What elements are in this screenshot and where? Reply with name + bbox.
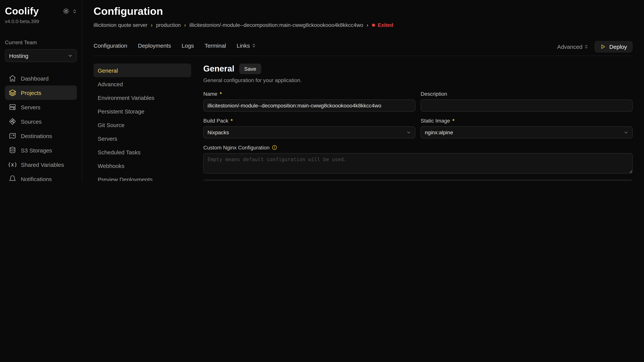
config-nav-environment-variables[interactable]: Environment Variables	[94, 91, 191, 104]
config-nav-scheduled-tasks[interactable]: Scheduled Tasks	[94, 145, 191, 159]
sidebar-item-destinations[interactable]: Destinations	[5, 129, 77, 143]
sidebar-item-dashboard[interactable]: Dashboard	[5, 71, 77, 85]
build-pack-label: Build Pack	[203, 118, 228, 124]
custom-nginx-textarea[interactable]	[203, 153, 633, 174]
current-team-label: Current Team	[5, 39, 77, 45]
layers-icon	[9, 89, 16, 96]
static-image-select[interactable]: nginx:alpine	[421, 126, 633, 138]
sidebar-item-notifications[interactable]: Notifications	[5, 172, 77, 181]
sidebar-item-s3-storages[interactable]: S3 Storages	[5, 143, 77, 157]
tab-logs[interactable]: Logs	[182, 42, 194, 49]
info-icon	[272, 145, 277, 150]
static-image-label: Static Image	[421, 118, 450, 124]
tab-terminal[interactable]: Terminal	[205, 42, 226, 49]
build-pack-select[interactable]: Nixpacks	[203, 126, 415, 138]
app-version: v4.0.0-beta.399	[5, 18, 77, 24]
sidebar-item-sources[interactable]: Sources	[5, 114, 77, 129]
sidebar-nav: Dashboard Projects Servers Sources Desti…	[5, 71, 77, 181]
bell-icon	[9, 175, 16, 181]
name-input[interactable]	[203, 99, 415, 112]
variables-icon: (x)	[9, 161, 16, 168]
config-nav-persistent-storage[interactable]: Persistent Storage	[94, 104, 191, 118]
custom-nginx-label: Custom Nginx Configuration	[203, 144, 270, 151]
coolify-app: Coolify v4.0.0-beta.399 Current Team Hos…	[0, 0, 644, 181]
chevron-right-icon: ›	[151, 22, 152, 28]
generate-nginx-button[interactable]: Generate Default Nginx Configuration	[203, 179, 633, 181]
chevron-down-icon	[624, 130, 628, 135]
status-text: Exited	[378, 22, 393, 28]
database-icon	[9, 146, 16, 154]
breadcrumb-application[interactable]: illicitestonion/-module--decomposition:m…	[189, 22, 363, 28]
name-label: Name	[203, 91, 218, 97]
tab-links[interactable]: Links	[237, 42, 256, 49]
config-nav-general[interactable]: General	[94, 63, 191, 77]
config-nav: General Advanced Environment Variables P…	[94, 63, 191, 181]
general-form: General Save General configuration for y…	[203, 63, 633, 181]
status-dot-icon	[372, 23, 375, 27]
sidebar: Coolify v4.0.0-beta.399 Current Team Hos…	[0, 0, 82, 181]
sidebar-item-shared-variables[interactable]: (x) Shared Variables	[5, 157, 77, 172]
save-button[interactable]: Save	[239, 63, 261, 74]
config-nav-advanced[interactable]: Advanced	[94, 77, 191, 91]
description-label: Description	[421, 91, 447, 97]
chevron-right-icon: ›	[367, 22, 368, 28]
page-title: Configuration	[94, 5, 633, 17]
config-nav-git-source[interactable]: Git Source	[94, 118, 191, 132]
home-icon	[9, 74, 16, 82]
section-subtitle: General configuration for your applicati…	[203, 77, 633, 83]
play-icon	[600, 44, 606, 49]
config-nav-webhooks[interactable]: Webhooks	[94, 159, 191, 172]
git-source-icon	[9, 118, 16, 125]
tab-deployments[interactable]: Deployments	[138, 42, 171, 49]
team-select[interactable]: Hosting	[5, 49, 77, 62]
team-select-value: Hosting	[9, 52, 28, 59]
breadcrumb: illicitonion quote server › production ›…	[94, 22, 633, 28]
advanced-toggle[interactable]: Advanced	[557, 43, 588, 50]
description-input[interactable]	[421, 99, 633, 112]
main-area: Configuration illicitonion quote server …	[82, 0, 644, 181]
section-title: General	[203, 64, 234, 74]
chevron-down-icon	[68, 53, 73, 58]
deploy-button[interactable]: Deploy	[594, 41, 633, 52]
breadcrumb-project[interactable]: illicitonion quote server	[94, 22, 148, 28]
app-logo: Coolify	[5, 5, 39, 17]
sidebar-item-projects[interactable]: Projects	[5, 85, 77, 100]
sidebar-item-servers[interactable]: Servers	[5, 100, 77, 114]
chevron-right-icon: ›	[184, 22, 186, 28]
breadcrumb-environment[interactable]: production	[156, 22, 181, 28]
server-icon	[9, 103, 16, 111]
theme-sun-icon[interactable]	[63, 8, 69, 14]
tabs-row: Configuration Deployments Logs Terminal …	[94, 41, 633, 56]
chevron-down-icon	[406, 130, 411, 135]
status-badge: Exited	[372, 22, 393, 28]
config-nav-servers[interactable]: Servers	[94, 132, 191, 145]
theme-updown-icon[interactable]	[72, 8, 77, 14]
chevron-updown-icon	[252, 43, 256, 48]
map-icon	[9, 132, 16, 140]
chevron-updown-icon	[584, 44, 588, 49]
config-nav-preview-deployments[interactable]: Preview Deployments	[94, 172, 191, 181]
tab-configuration[interactable]: Configuration	[94, 42, 127, 49]
